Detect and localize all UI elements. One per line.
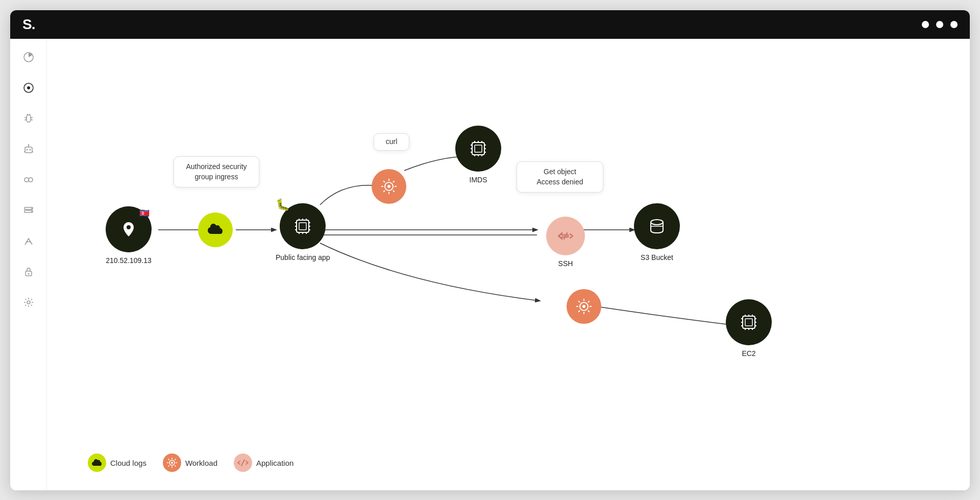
ec2-node: EC2: [726, 299, 772, 358]
dot-3: [950, 21, 958, 28]
svg-rect-67: [745, 319, 752, 326]
svg-point-11: [29, 149, 31, 151]
svg-rect-47: [472, 142, 484, 155]
svg-rect-48: [475, 145, 482, 152]
workload-top-circle: [372, 169, 406, 204]
imds-circle: [455, 126, 501, 172]
ssh-node: SSH: [546, 217, 585, 268]
svg-point-62: [651, 220, 663, 225]
svg-line-5: [24, 120, 27, 120]
svg-point-30: [127, 225, 131, 229]
svg-point-81: [171, 462, 173, 464]
network-icon[interactable]: [20, 233, 37, 249]
svg-line-4: [31, 117, 33, 118]
svg-point-21: [28, 273, 29, 275]
application-label: Application: [256, 459, 293, 467]
target-icon[interactable]: [20, 80, 37, 96]
svg-rect-32: [299, 223, 306, 230]
cloud-logs-label: Cloud logs: [110, 459, 146, 467]
security-group-tooltip: Authorized security group ingress: [174, 156, 259, 187]
svg-line-82: [241, 460, 244, 466]
svg-line-7: [27, 114, 28, 115]
main-layout: Authorized security group ingress curl G…: [10, 39, 970, 490]
application-legend-icon: [234, 454, 252, 472]
public-app-node: 🐛 Public facing app: [276, 203, 330, 261]
app-window: S.: [10, 10, 970, 490]
ssh-circle: [546, 217, 585, 255]
dot-2: [936, 21, 943, 28]
svg-line-3: [24, 117, 27, 118]
app-logo: S.: [22, 16, 35, 33]
lock-icon[interactable]: [20, 264, 37, 280]
application-legend-item: Application: [234, 454, 293, 472]
ip-node: 🇰🇵 210.52.109.13: [106, 206, 152, 265]
cloud-logs-legend-icon: [88, 454, 106, 472]
svg-line-61: [564, 233, 567, 239]
ssh-label: SSH: [558, 259, 573, 268]
s3-label: S3 Bucket: [641, 253, 673, 261]
workload-legend-icon: [163, 454, 181, 472]
workload-bottom-circle: [567, 289, 601, 324]
titlebar: S.: [10, 10, 970, 39]
workload-label: Workload: [185, 459, 217, 467]
svg-point-2: [27, 86, 30, 89]
cloud-circle: [198, 212, 233, 247]
sidebar: [10, 39, 47, 490]
svg-line-6: [31, 120, 33, 120]
workload-top-node: [372, 169, 406, 204]
svg-rect-66: [743, 316, 755, 328]
svg-point-22: [27, 301, 30, 304]
storage-icon[interactable]: [20, 202, 37, 219]
svg-line-8: [30, 114, 30, 115]
s3-circle: [634, 203, 680, 249]
bug-overlay: 🐛: [276, 198, 289, 211]
imds-node: IMDS: [455, 126, 501, 184]
ec2-circle: [726, 299, 772, 345]
workload-legend-item: Workload: [163, 454, 217, 472]
legend: Cloud logs Workload: [88, 454, 293, 472]
svg-point-10: [26, 149, 28, 151]
s3-node: S3 Bucket: [634, 203, 680, 261]
dot-1: [922, 21, 929, 28]
svg-point-65: [582, 305, 585, 308]
svg-point-19: [31, 211, 32, 212]
imds-label: IMDS: [470, 176, 487, 184]
svg-point-46: [387, 185, 390, 188]
svg-point-18: [31, 208, 32, 209]
bug-icon[interactable]: [20, 110, 37, 127]
svg-point-13: [28, 145, 29, 146]
ip-circle: 🇰🇵: [106, 206, 152, 252]
titlebar-dots: [922, 21, 958, 28]
cloud-node: [198, 212, 233, 247]
ec2-label: EC2: [742, 349, 755, 358]
robot-icon[interactable]: [20, 141, 37, 157]
arrows-svg: [47, 39, 970, 490]
svg-rect-31: [297, 220, 309, 232]
public-app-label: Public facing app: [276, 253, 330, 261]
infinity-icon[interactable]: [20, 172, 37, 188]
cloud-logs-legend-item: Cloud logs: [88, 454, 146, 472]
svg-rect-9: [25, 147, 32, 153]
workload-bottom-node: [567, 289, 601, 324]
curl-tooltip: curl: [374, 133, 409, 151]
diagram-canvas: Authorized security group ingress curl G…: [47, 39, 970, 490]
ip-label: 210.52.109.13: [106, 256, 152, 265]
settings-icon[interactable]: [20, 294, 37, 311]
get-object-tooltip: Get object Access denied: [517, 161, 603, 193]
chart-icon[interactable]: [20, 49, 37, 65]
